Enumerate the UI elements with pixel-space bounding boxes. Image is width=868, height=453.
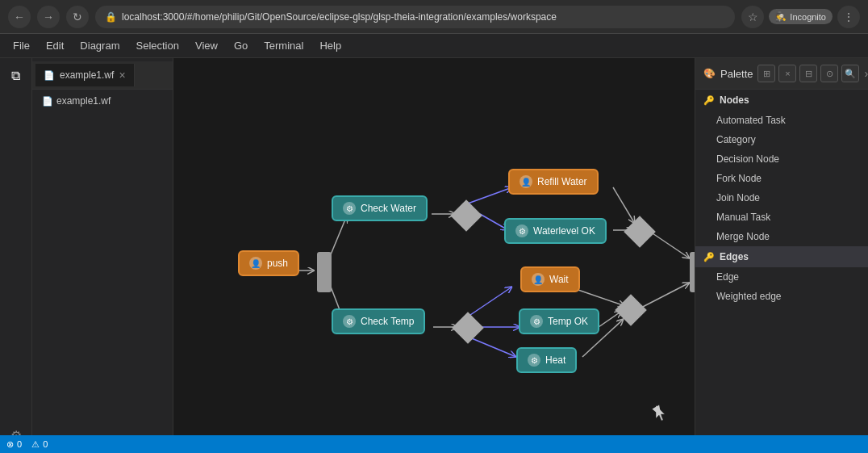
waterlevel-ok-node[interactable]: ⚙ Waterlevel OK — [504, 218, 607, 244]
app-body: ⧉ ⚙ 📄 example1.wf × 📄 example1.wf — [0, 58, 868, 453]
palette-item-decision-node[interactable]: Decision Node — [695, 149, 868, 169]
file-tree: 📄 example1.wf — [32, 90, 173, 112]
palette-item-category[interactable]: Category — [695, 130, 868, 149]
push-node[interactable]: 👤 push — [238, 250, 299, 276]
warnings-status[interactable]: ⚠ 0 — [31, 439, 48, 450]
palette-expand-button[interactable]: › — [864, 67, 868, 80]
browser-bar: ← → ↻ 🔒 localhost:3000/#/home/philip/Git… — [0, 0, 868, 34]
heat-label: Heat — [545, 354, 565, 366]
check-temp-icon: ⚙ — [343, 315, 356, 328]
tab-close-button[interactable]: × — [119, 69, 125, 82]
palette-title: Palette — [720, 68, 753, 80]
push-node-label: push — [267, 258, 288, 269]
palette-item-manual-task[interactable]: Manual Task — [695, 208, 868, 227]
wait-node[interactable]: 👤 Wait — [520, 266, 580, 292]
canvas-area[interactable]: 👤 push ⚙ Check Water ⚙ Check Temp 👤 Refi… — [173, 58, 695, 453]
active-tab[interactable]: 📄 example1.wf × — [35, 64, 135, 86]
nodes-section[interactable]: 🔑 Nodes — [695, 90, 868, 111]
file-icon: 📄 — [42, 96, 53, 107]
error-count: 0 — [17, 439, 22, 449]
check-water-icon: ⚙ — [343, 202, 356, 215]
edges-section-label: Edges — [720, 251, 749, 262]
palette-btn-grid[interactable]: ⊞ — [757, 65, 775, 82]
nodes-section-label: Nodes — [720, 94, 749, 106]
incognito-icon: 🕵 — [775, 11, 787, 22]
palette-header: 🎨 Palette ⊞ × ⊟ ⊙ 🔍 › — [695, 58, 868, 90]
diamond-right2[interactable] — [615, 294, 647, 326]
warning-count: 0 — [43, 439, 48, 449]
back-button[interactable]: ← — [8, 6, 31, 28]
file-explorer: 📄 example1.wf × 📄 example1.wf — [32, 58, 173, 453]
warning-icon: ⚠ — [31, 439, 40, 450]
menu-selection[interactable]: Selection — [129, 37, 185, 54]
menu-view[interactable]: View — [189, 37, 224, 54]
wait-icon: 👤 — [532, 273, 545, 286]
waterlevel-ok-label: Waterlevel OK — [533, 225, 595, 237]
diamond1[interactable] — [450, 199, 482, 232]
reload-button[interactable]: ↻ — [66, 6, 89, 28]
file-tree-item[interactable]: 📄 example1.wf — [39, 93, 166, 109]
svg-line-12 — [468, 337, 516, 357]
edges-section-icon: 🔑 — [703, 252, 715, 262]
svg-line-4 — [468, 187, 512, 203]
diamond-right1[interactable] — [624, 216, 656, 248]
temp-ok-icon: ⚙ — [530, 315, 543, 328]
edges-section[interactable]: 🔑 Edges — [695, 246, 868, 267]
menu-help[interactable]: Help — [313, 37, 348, 54]
palette-item-edge[interactable]: Edge — [695, 267, 868, 287]
tab-bar: 📄 example1.wf × — [32, 61, 173, 90]
star-button[interactable]: ☆ — [741, 6, 764, 28]
tab-file-icon: 📄 — [44, 70, 55, 81]
tab-label: example1.wf — [60, 69, 114, 81]
mouse-cursor — [656, 405, 666, 420]
wait-label: Wait — [549, 274, 569, 285]
push-node-icon: 👤 — [249, 257, 262, 270]
temp-ok-label: Temp OK — [548, 316, 588, 327]
svg-line-1 — [329, 216, 347, 258]
lock-icon: 🔒 — [105, 11, 117, 23]
status-bar: ⊗ 0 ⚠ 0 — [0, 435, 868, 453]
palette-btn-expand-v[interactable]: ⊟ — [799, 65, 817, 82]
error-icon: ⊗ — [6, 439, 14, 450]
heat-icon: ⚙ — [528, 354, 540, 367]
menu-terminal[interactable]: Terminal — [257, 37, 310, 54]
more-button[interactable]: ⋮ — [837, 6, 860, 28]
palette-item-merge-node[interactable]: Merge Node — [695, 227, 868, 246]
menu-file[interactable]: File — [6, 37, 36, 54]
menubar: File Edit Diagram Selection View Go Term… — [0, 34, 868, 58]
refill-water-icon: 👤 — [520, 175, 532, 188]
palette-item-automated-task[interactable]: Automated Task — [695, 111, 868, 130]
explorer-icon[interactable]: ⧉ — [5, 65, 27, 87]
check-water-node[interactable]: ⚙ Check Water — [332, 195, 428, 221]
diamond2[interactable] — [452, 312, 484, 344]
palette-item-weighted-edge[interactable]: Weighted edge — [695, 287, 868, 306]
check-temp-label: Check Temp — [361, 316, 414, 327]
palette-item-join-node[interactable]: Join Node — [695, 188, 868, 208]
left-gate-node[interactable] — [317, 252, 332, 292]
browser-actions: ☆ 🕵 Incognito ⋮ — [741, 6, 860, 28]
forward-button[interactable]: → — [37, 6, 60, 28]
errors-status[interactable]: ⊗ 0 — [6, 439, 22, 450]
waterlevel-ok-icon: ⚙ — [515, 224, 528, 237]
svg-marker-18 — [656, 405, 665, 421]
url-bar[interactable]: 🔒 localhost:3000/#/home/philip/Git/OpenS… — [95, 6, 735, 28]
url-text: localhost:3000/#/home/philip/Git/OpenSou… — [122, 11, 557, 23]
nodes-section-icon: 🔑 — [703, 95, 715, 106]
palette-item-fork-node[interactable]: Fork Node — [695, 169, 868, 188]
right-gate-node[interactable] — [690, 252, 695, 292]
palette-btn-close[interactable]: × — [778, 65, 796, 82]
svg-line-10 — [468, 287, 512, 317]
palette-btn-circle[interactable]: ⊙ — [820, 65, 838, 82]
palette-btn-search[interactable]: 🔍 — [841, 65, 859, 82]
check-temp-node[interactable]: ⚙ Check Temp — [332, 308, 425, 334]
menu-diagram[interactable]: Diagram — [73, 37, 126, 54]
palette-panel: 🎨 Palette ⊞ × ⊟ ⊙ 🔍 › 🔑 Nodes Automated … — [695, 58, 868, 453]
palette-actions: ⊞ × ⊟ ⊙ 🔍 — [757, 65, 859, 82]
temp-ok-node[interactable]: ⚙ Temp OK — [519, 308, 599, 334]
palette-icon: 🎨 — [703, 68, 716, 79]
refill-water-node[interactable]: 👤 Refill Water — [508, 169, 599, 195]
left-sidebar: ⧉ ⚙ — [0, 58, 32, 453]
menu-edit[interactable]: Edit — [40, 37, 70, 54]
menu-go[interactable]: Go — [227, 37, 254, 54]
heat-node[interactable]: ⚙ Heat — [516, 347, 577, 373]
